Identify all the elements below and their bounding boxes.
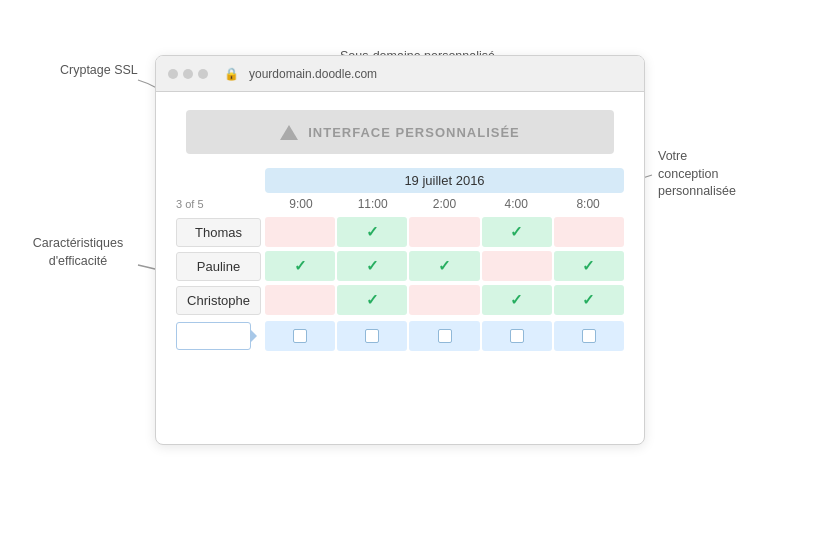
browser-content: INTERFACE PERSONNALISÉE 19 juillet 2016 … (156, 110, 644, 361)
checkmark-icon: ✓ (366, 223, 379, 241)
checkbox-cells (265, 321, 624, 351)
url-bar: yourdomain.doodle.com (249, 67, 377, 81)
poll-row-christophe: Christophe ✓ ✓ ✓ (176, 285, 624, 315)
vote-christophe-4: ✓ (482, 285, 552, 315)
checkbox-square (365, 329, 379, 343)
time-2: 2:00 (409, 197, 481, 211)
poll-header-row: 19 juillet 2016 (176, 168, 624, 193)
dot-3 (198, 69, 208, 79)
vote-pauline-2: ✓ (337, 251, 407, 281)
vote-pauline-3: ✓ (409, 251, 479, 281)
person-name-thomas: Thomas (176, 218, 261, 247)
time-cells: 9:00 11:00 2:00 4:00 8:00 (265, 197, 624, 211)
times-row: 3 of 5 9:00 11:00 2:00 4:00 8:00 (176, 197, 624, 211)
time-9: 9:00 (265, 197, 337, 211)
checkbox-square (438, 329, 452, 343)
checkmark-icon: ✓ (510, 223, 523, 241)
lock-icon: 🔒 (224, 67, 239, 81)
checkbox-5[interactable] (554, 321, 624, 351)
checkmark-icon: ✓ (510, 291, 523, 309)
annotation-custom: Votreconceptionpersonnalisée (658, 148, 736, 201)
checkmark-icon: ✓ (438, 257, 451, 275)
time-11: 11:00 (337, 197, 409, 211)
vote-cells-pauline: ✓ ✓ ✓ ✓ (265, 251, 624, 281)
banner-triangle-icon (280, 125, 298, 140)
date-cell: 19 juillet 2016 (265, 168, 624, 193)
checkmark-icon: ✓ (366, 291, 379, 309)
checkbox-4[interactable] (482, 321, 552, 351)
browser-bar: 🔒 yourdomain.doodle.com (156, 56, 644, 92)
vote-christophe-5: ✓ (554, 285, 624, 315)
name-input[interactable] (176, 322, 251, 350)
checkbox-2[interactable] (337, 321, 407, 351)
vote-thomas-1 (265, 217, 335, 247)
name-input-cell (176, 322, 261, 350)
vote-christophe-2: ✓ (337, 285, 407, 315)
vote-pauline-5: ✓ (554, 251, 624, 281)
time-8: 8:00 (552, 197, 624, 211)
vote-cells-thomas: ✓ ✓ (265, 217, 624, 247)
browser-mockup: 🔒 yourdomain.doodle.com INTERFACE PERSON… (155, 55, 645, 445)
vote-christophe-1 (265, 285, 335, 315)
banner-text: INTERFACE PERSONNALISÉE (308, 125, 520, 140)
time-4: 4:00 (480, 197, 552, 211)
vote-thomas-4: ✓ (482, 217, 552, 247)
checkbox-1[interactable] (265, 321, 335, 351)
page-container: Cryptage SSL Sous-domaine personnalisé V… (0, 0, 817, 537)
annotation-efficacite: Caractéristiquesd'efficacité (18, 235, 138, 270)
checkmark-icon: ✓ (582, 291, 595, 309)
of-label: 3 of 5 (176, 198, 261, 210)
vote-christophe-3 (409, 285, 479, 315)
checkbox-square (582, 329, 596, 343)
vote-pauline-4 (482, 251, 552, 281)
checkbox-square (293, 329, 307, 343)
checkmark-icon: ✓ (366, 257, 379, 275)
poll-area: 19 juillet 2016 3 of 5 9:00 11:00 2:00 4… (156, 154, 644, 361)
person-name-pauline: Pauline (176, 252, 261, 281)
checkmark-icon: ✓ (294, 257, 307, 275)
vote-thomas-2: ✓ (337, 217, 407, 247)
annotation-ssl: Cryptage SSL (60, 62, 138, 80)
input-row (176, 321, 624, 351)
browser-dots (168, 69, 208, 79)
vote-thomas-3 (409, 217, 479, 247)
checkmark-icon: ✓ (582, 257, 595, 275)
vote-thomas-5 (554, 217, 624, 247)
poll-row-pauline: Pauline ✓ ✓ ✓ ✓ (176, 251, 624, 281)
custom-interface-banner: INTERFACE PERSONNALISÉE (186, 110, 614, 154)
person-name-christophe: Christophe (176, 286, 261, 315)
dot-1 (168, 69, 178, 79)
checkbox-3[interactable] (409, 321, 479, 351)
checkbox-square (510, 329, 524, 343)
dot-2 (183, 69, 193, 79)
poll-row-thomas: Thomas ✓ ✓ (176, 217, 624, 247)
vote-cells-christophe: ✓ ✓ ✓ (265, 285, 624, 315)
vote-pauline-1: ✓ (265, 251, 335, 281)
